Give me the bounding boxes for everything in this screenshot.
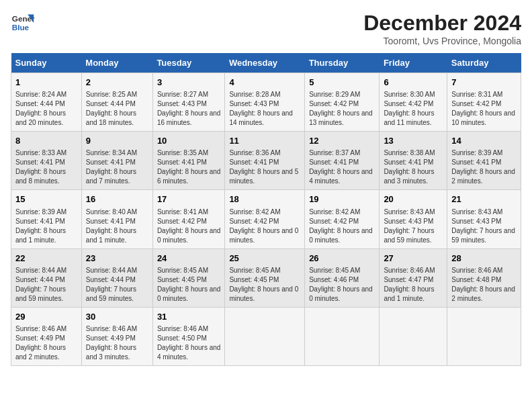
calendar-cell: 20Sunrise: 8:43 AMSunset: 4:43 PMDayligh… [380, 190, 447, 248]
day-number: 9 [86, 135, 148, 147]
day-number: 8 [15, 135, 77, 147]
sunrise-text: Sunrise: 8:43 AM [384, 208, 443, 217]
calendar-cell: 31Sunrise: 8:46 AMSunset: 4:50 PMDayligh… [152, 307, 225, 365]
daylight-text: Daylight: 8 hours and 0 minutes. [309, 226, 375, 245]
calendar-cell: 13Sunrise: 8:38 AMSunset: 4:41 PMDayligh… [380, 132, 447, 190]
day-number: 10 [157, 135, 221, 147]
day-number: 14 [451, 135, 517, 147]
day-number: 16 [86, 193, 148, 205]
calendar-cell: 6Sunrise: 8:30 AMSunset: 4:42 PMDaylight… [380, 73, 447, 132]
sunset-text: Sunset: 4:41 PM [15, 217, 77, 226]
sunrise-text: Sunrise: 8:39 AM [451, 148, 517, 158]
sunrise-text: Sunrise: 8:46 AM [157, 324, 221, 334]
calendar-cell: 19Sunrise: 8:42 AMSunset: 4:42 PMDayligh… [305, 190, 380, 248]
daylight-text: Daylight: 7 hours and 59 minutes. [384, 226, 443, 245]
daylight-text: Daylight: 7 hours and 59 minutes. [15, 285, 77, 304]
calendar-cell: 30Sunrise: 8:46 AMSunset: 4:49 PMDayligh… [81, 307, 152, 365]
day-number: 13 [384, 135, 443, 147]
day-number: 21 [451, 193, 517, 205]
sunset-text: Sunset: 4:41 PM [86, 158, 148, 167]
daylight-text: Daylight: 8 hours and 6 minutes. [157, 167, 221, 186]
day-number: 22 [15, 253, 77, 265]
calendar-cell: 21Sunrise: 8:43 AMSunset: 4:43 PMDayligh… [447, 190, 521, 248]
sunrise-text: Sunrise: 8:46 AM [86, 324, 148, 334]
sunset-text: Sunset: 4:43 PM [384, 217, 443, 226]
sunrise-text: Sunrise: 8:35 AM [157, 148, 221, 158]
title-area: December 2024 Tooromt, Uvs Province, Mon… [363, 11, 521, 46]
sunset-text: Sunset: 4:41 PM [451, 158, 517, 167]
daylight-text: Daylight: 8 hours and 1 minute. [384, 285, 443, 304]
calendar-week-row: 8Sunrise: 8:33 AMSunset: 4:41 PMDaylight… [11, 132, 521, 190]
daylight-text: Daylight: 8 hours and 5 minutes. [229, 167, 300, 186]
sunset-text: Sunset: 4:43 PM [157, 99, 221, 109]
sunset-text: Sunset: 4:41 PM [86, 217, 148, 226]
sunset-text: Sunset: 4:43 PM [451, 217, 517, 226]
sunrise-text: Sunrise: 8:46 AM [15, 324, 77, 334]
calendar-cell [225, 307, 305, 365]
page-title: December 2024 [363, 11, 521, 36]
daylight-text: Daylight: 8 hours and 0 minutes. [157, 285, 221, 304]
daylight-text: Daylight: 8 hours and 10 minutes. [451, 109, 517, 128]
sunrise-text: Sunrise: 8:30 AM [384, 90, 443, 99]
daylight-text: Daylight: 8 hours and 4 minutes. [309, 167, 375, 186]
sunset-text: Sunset: 4:49 PM [15, 334, 77, 343]
sunrise-text: Sunrise: 8:34 AM [86, 148, 148, 158]
sunrise-text: Sunrise: 8:38 AM [384, 148, 443, 158]
daylight-text: Daylight: 8 hours and 1 minute. [15, 226, 77, 245]
day-number: 20 [384, 193, 443, 205]
sunset-text: Sunset: 4:49 PM [86, 334, 148, 343]
calendar-cell: 12Sunrise: 8:37 AMSunset: 4:41 PMDayligh… [305, 132, 380, 190]
calendar-cell: 28Sunrise: 8:46 AMSunset: 4:48 PMDayligh… [447, 248, 521, 307]
daylight-text: Daylight: 7 hours and 59 minutes. [451, 226, 517, 245]
calendar-cell: 17Sunrise: 8:41 AMSunset: 4:42 PMDayligh… [152, 190, 225, 248]
daylight-text: Daylight: 8 hours and 16 minutes. [157, 109, 221, 128]
daylight-text: Daylight: 8 hours and 0 minutes. [157, 226, 221, 245]
day-number: 6 [384, 77, 443, 89]
sunset-text: Sunset: 4:45 PM [157, 275, 221, 285]
daylight-text: Daylight: 8 hours and 0 minutes. [229, 226, 300, 245]
calendar-cell: 4Sunrise: 8:28 AMSunset: 4:43 PMDaylight… [225, 73, 305, 132]
calendar-week-row: 22Sunrise: 8:44 AMSunset: 4:44 PMDayligh… [11, 248, 521, 307]
svg-text:Blue: Blue [12, 23, 30, 32]
column-header-wednesday: Wednesday [225, 53, 305, 73]
day-number: 25 [229, 253, 300, 265]
day-number: 7 [451, 77, 517, 89]
sunset-text: Sunset: 4:41 PM [157, 158, 221, 167]
sunset-text: Sunset: 4:42 PM [451, 99, 517, 109]
sunset-text: Sunset: 4:42 PM [157, 217, 221, 226]
logo-icon: General Blue [11, 11, 35, 35]
sunset-text: Sunset: 4:45 PM [229, 275, 300, 285]
daylight-text: Daylight: 8 hours and 7 minutes. [86, 167, 148, 186]
calendar-cell: 9Sunrise: 8:34 AMSunset: 4:41 PMDaylight… [81, 132, 152, 190]
sunrise-text: Sunrise: 8:45 AM [229, 266, 300, 275]
sunset-text: Sunset: 4:44 PM [15, 99, 77, 109]
column-header-tuesday: Tuesday [152, 53, 225, 73]
calendar-header-row: SundayMondayTuesdayWednesdayThursdayFrid… [11, 53, 521, 73]
sunrise-text: Sunrise: 8:31 AM [451, 90, 517, 99]
sunset-text: Sunset: 4:42 PM [384, 99, 443, 109]
calendar-cell: 26Sunrise: 8:45 AMSunset: 4:46 PMDayligh… [305, 248, 380, 307]
sunset-text: Sunset: 4:42 PM [309, 217, 375, 226]
calendar-week-row: 1Sunrise: 8:24 AMSunset: 4:44 PMDaylight… [11, 73, 521, 132]
column-header-sunday: Sunday [11, 53, 82, 73]
page-subtitle: Tooromt, Uvs Province, Mongolia [363, 36, 521, 46]
daylight-text: Daylight: 8 hours and 14 minutes. [229, 109, 300, 128]
sunrise-text: Sunrise: 8:45 AM [157, 266, 221, 275]
calendar-cell: 23Sunrise: 8:44 AMSunset: 4:44 PMDayligh… [81, 248, 152, 307]
sunset-text: Sunset: 4:50 PM [157, 334, 221, 343]
sunset-text: Sunset: 4:42 PM [309, 99, 375, 109]
sunrise-text: Sunrise: 8:44 AM [86, 266, 148, 275]
calendar-week-row: 15Sunrise: 8:39 AMSunset: 4:41 PMDayligh… [11, 190, 521, 248]
calendar-table: SundayMondayTuesdayWednesdayThursdayFrid… [11, 53, 521, 366]
calendar-cell: 15Sunrise: 8:39 AMSunset: 4:41 PMDayligh… [11, 190, 82, 248]
day-number: 31 [157, 311, 221, 323]
sunrise-text: Sunrise: 8:42 AM [229, 208, 300, 217]
calendar-cell: 5Sunrise: 8:29 AMSunset: 4:42 PMDaylight… [305, 73, 380, 132]
calendar-cell: 29Sunrise: 8:46 AMSunset: 4:49 PMDayligh… [11, 307, 82, 365]
day-number: 11 [229, 135, 300, 147]
sunrise-text: Sunrise: 8:25 AM [86, 90, 148, 99]
day-number: 15 [15, 193, 77, 205]
calendar-cell [380, 307, 447, 365]
day-number: 18 [229, 193, 300, 205]
calendar-cell [447, 307, 521, 365]
